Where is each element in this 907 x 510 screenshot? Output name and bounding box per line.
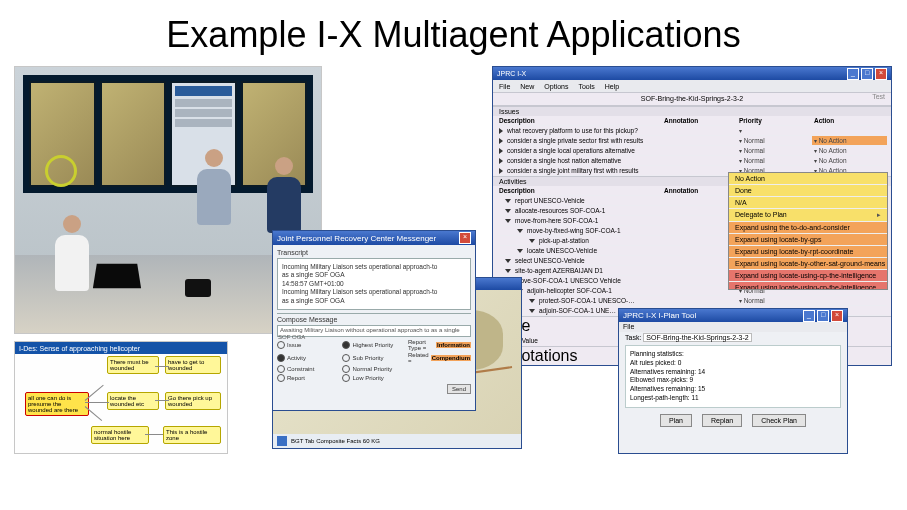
- context-menu[interactable]: No ActionDoneN/ADelegate to PlanExpand u…: [728, 172, 888, 290]
- close-icon[interactable]: ×: [459, 232, 471, 244]
- plan-tool-window[interactable]: JPRC I-X I-Plan Tool _ □ × File Task: SO…: [618, 308, 848, 454]
- activity-row[interactable]: protect-SOF-COA-1 UNESCO-…Normal: [493, 296, 891, 306]
- menu-item[interactable]: Expand using locate-using-cp-the-intelli…: [729, 270, 887, 282]
- replan-button[interactable]: Replan: [702, 414, 742, 427]
- close-icon[interactable]: ×: [831, 310, 843, 322]
- messenger-titlebar[interactable]: Joint Personnel Recovery Center Messenge…: [273, 231, 475, 245]
- transcript-box: Incoming Military Liaison sets operation…: [277, 258, 471, 310]
- maximize-icon[interactable]: □: [817, 310, 829, 322]
- menu-item[interactable]: Done: [729, 185, 887, 197]
- issue-row[interactable]: consider a single local operations alter…: [493, 146, 891, 156]
- plan-titlebar[interactable]: JPRC I-X I-Plan Tool _ □ ×: [619, 309, 847, 322]
- menu-item[interactable]: Expand using the to-do-and-consider: [729, 222, 887, 234]
- plan-button[interactable]: Plan: [660, 414, 692, 427]
- menu-item[interactable]: Expand using locate-by-gps: [729, 234, 887, 246]
- minimize-icon[interactable]: _: [803, 310, 815, 322]
- jprc-subtitle: SOF-Bring-the-Kid-Springs-2-3-2: [493, 93, 891, 106]
- plan-task-field: Task: SOF-Bring-the-Kid-Springs-2-3-2: [619, 332, 847, 343]
- transcript-label: Transcript: [277, 249, 471, 256]
- compose-label: Compose Message: [277, 316, 471, 323]
- menu-item[interactable]: Expand using locate-using-cp-the-intelli…: [729, 282, 887, 290]
- issue-row[interactable]: consider a single host nation alternativ…: [493, 156, 891, 166]
- menu-item[interactable]: Delegate to Plan: [729, 209, 887, 222]
- menu-item[interactable]: No Action: [729, 173, 887, 185]
- slide-title: Example I-X Multiagent Applications: [14, 14, 893, 56]
- jprc-titlebar[interactable]: JPRC I-X _ □ ×: [493, 67, 891, 80]
- issue-row[interactable]: consider a single private sector first w…: [493, 136, 891, 146]
- menu-item[interactable]: N/A: [729, 197, 887, 209]
- plan-menubar[interactable]: File: [619, 322, 847, 332]
- plan-output: Planning statistics: Alt rules picked: 0…: [625, 345, 841, 408]
- maximize-icon[interactable]: □: [861, 68, 873, 80]
- messenger-window[interactable]: Joint Personnel Recovery Center Messenge…: [272, 230, 476, 411]
- send-button[interactable]: Send: [447, 384, 471, 394]
- close-icon[interactable]: ×: [875, 68, 887, 80]
- jprc-menubar[interactable]: File New Options Tools Help: [493, 80, 891, 93]
- slide-canvas: I-Des: Sense of approaching helicopter a…: [14, 66, 893, 496]
- issue-row[interactable]: what recovery platform to use for this p…: [493, 126, 891, 136]
- compose-input[interactable]: Awaiting Military Liaison without operat…: [277, 325, 471, 337]
- diagram-window: I-Des: Sense of approaching helicopter a…: [14, 341, 228, 454]
- menu-item[interactable]: Expand using locate-by-other-sat-ground-…: [729, 258, 887, 270]
- issues-header: Issues: [493, 107, 891, 116]
- check-plan-button[interactable]: Check Plan: [752, 414, 806, 427]
- map-footer-text: BGT Tab Composite Facts 60 KG: [291, 438, 380, 444]
- minimize-icon[interactable]: _: [847, 68, 859, 80]
- message-options[interactable]: Issue Highest Priority Report Type = Inf…: [277, 339, 471, 382]
- diagram-titlebar: I-Des: Sense of approaching helicopter: [15, 342, 227, 354]
- menu-item[interactable]: Expand using locate-by-rpt-coordinate: [729, 246, 887, 258]
- jprc-test-label: Test: [872, 93, 885, 100]
- diagram-node-center: all one can do is presume the wounded ar…: [25, 392, 89, 416]
- map-logo-icon: [277, 436, 287, 446]
